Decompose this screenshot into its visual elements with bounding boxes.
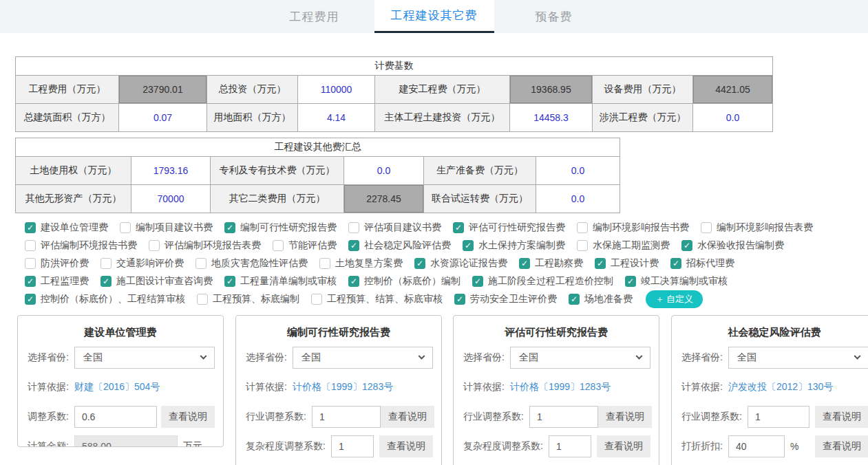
fee-checkbox[interactable]: 工程预算、结算、标底审核 [311, 293, 443, 305]
fee-checkbox[interactable]: 水土保持方案编制费 [463, 239, 565, 252]
checkbox-icon[interactable] [577, 222, 588, 233]
view-explanation-button[interactable]: 查看说明 [161, 406, 215, 428]
cell-value-input[interactable]: 1793.16 [131, 157, 211, 185]
view-explanation-button[interactable]: 查看说明 [815, 435, 868, 457]
fee-checkbox[interactable]: 防洪评价费 [25, 257, 89, 270]
fee-checkbox[interactable]: 控制价（标底价）、工程结算审核 [25, 293, 185, 305]
fee-checkbox[interactable]: 控制价（标底价）编制 [348, 275, 461, 288]
checkbox-icon[interactable] [348, 240, 359, 251]
fee-checkbox[interactable]: 交通影响评价费 [100, 257, 184, 270]
fee-checkbox[interactable]: 社会稳定风险评估费 [348, 239, 451, 252]
complexity-coefficient-input[interactable] [331, 435, 374, 457]
checkbox-icon[interactable] [453, 222, 464, 233]
regulation-link[interactable]: 计价格〔1999〕1283号 [293, 381, 393, 393]
cell-value-input[interactable]: 0.07 [119, 104, 207, 132]
checkbox-icon[interactable] [348, 222, 359, 233]
adjust-coefficient-input[interactable] [74, 406, 157, 428]
view-explanation-button[interactable]: 查看说明 [381, 406, 434, 428]
checkbox-icon[interactable] [463, 240, 474, 251]
fee-checkbox[interactable]: 竣工决算编制或审核 [625, 275, 728, 288]
checkbox-icon[interactable] [454, 294, 465, 305]
fee-checkbox[interactable]: 施工图设计审查咨询费 [100, 275, 213, 288]
fee-checkbox[interactable]: 编制环境影响报告书费 [577, 221, 689, 234]
view-explanation-button[interactable]: 查看说明 [598, 406, 652, 428]
fee-checkbox[interactable]: 评估编制环境报告书费 [25, 239, 137, 252]
checkbox-icon[interactable] [670, 258, 681, 269]
checkbox-icon[interactable] [224, 276, 235, 287]
checkbox-icon[interactable] [319, 258, 330, 269]
checkbox-icon[interactable] [25, 240, 36, 251]
fee-checkbox[interactable]: 水保施工期监测费 [577, 239, 670, 252]
checkbox-icon[interactable] [25, 294, 36, 305]
checkbox-icon[interactable] [195, 258, 207, 269]
view-explanation-button[interactable]: 查看说明 [815, 406, 868, 428]
fee-checkbox[interactable]: 工程预算、标底编制 [197, 293, 299, 305]
checkbox-icon[interactable] [25, 276, 36, 287]
checkbox-icon[interactable] [414, 258, 425, 269]
checkbox-icon[interactable] [681, 240, 692, 251]
fee-checkbox[interactable]: 工程设计费 [595, 257, 659, 270]
checkbox-icon[interactable] [100, 276, 112, 287]
province-select[interactable]: 全国 [728, 347, 868, 369]
fee-checkbox[interactable]: 建设单位管理费 [25, 221, 108, 234]
industry-coefficient-input[interactable] [529, 406, 598, 428]
province-select[interactable]: 全国 [293, 347, 433, 369]
fee-checkbox[interactable]: 土地复垦方案费 [319, 257, 403, 270]
fee-checkbox[interactable]: 水资源论证报告费 [414, 257, 507, 270]
discount-input[interactable] [728, 435, 785, 457]
checkbox-icon[interactable] [197, 294, 208, 305]
fee-checkbox[interactable]: 节能评估费 [273, 239, 337, 252]
regulation-link[interactable]: 计价格〔1999〕1283号 [510, 381, 611, 393]
fee-checkbox[interactable]: 编制项目建议书费 [120, 221, 213, 234]
checkbox-icon[interactable] [100, 258, 112, 269]
checkbox-icon[interactable] [625, 276, 636, 287]
view-explanation-button[interactable]: 查看说明 [379, 435, 433, 457]
tab-other-construction-fees[interactable]: 工程建设其它费 [374, 0, 494, 33]
fee-checkbox[interactable]: 评估编制环境报告表费 [149, 239, 261, 252]
checkbox-icon[interactable] [149, 240, 160, 251]
view-explanation-button[interactable]: 查看说明 [597, 435, 650, 457]
fee-checkbox[interactable]: 工程量清单编制或审核 [224, 275, 337, 288]
fee-checkbox[interactable]: 地质灾害危险性评估费 [195, 257, 308, 270]
checkbox-icon[interactable] [577, 240, 588, 251]
checkbox-icon[interactable] [311, 294, 322, 305]
fee-checkbox[interactable]: 评估项目建议书费 [348, 221, 441, 234]
cell-value-input[interactable]: 70000 [131, 185, 211, 213]
cell-value-input[interactable]: 0.0 [536, 157, 620, 185]
fee-checkbox[interactable]: 场地准备费 [569, 293, 633, 305]
checkbox-icon[interactable] [595, 258, 606, 269]
checkbox-icon[interactable] [472, 276, 483, 287]
fee-checkbox[interactable]: 编制可行性研究报告费 [224, 221, 337, 234]
province-select[interactable]: 全国 [510, 347, 650, 369]
fee-checkbox[interactable]: 工程勘察费 [519, 257, 583, 270]
cell-value-input[interactable]: 0.0 [536, 185, 620, 213]
cell-value-input[interactable]: 0.0 [693, 104, 773, 132]
industry-coefficient-input[interactable] [312, 406, 381, 428]
tab-project-cost[interactable]: 工程费用 [255, 0, 374, 33]
checkbox-icon[interactable] [224, 222, 235, 233]
cell-value-input[interactable]: 0.0 [344, 157, 424, 185]
fee-checkbox[interactable]: 评估可行性研究报告费 [453, 221, 565, 234]
industry-coefficient-input[interactable] [748, 406, 809, 428]
checkbox-icon[interactable] [519, 258, 530, 269]
complexity-coefficient-input[interactable] [549, 435, 591, 457]
cell-value-input[interactable]: 110000 [298, 76, 375, 104]
fee-checkbox[interactable]: 水保验收报告编制费 [681, 239, 784, 252]
checkbox-icon[interactable] [273, 240, 284, 251]
cell-value-input[interactable]: 4.14 [298, 104, 375, 132]
checkbox-icon[interactable] [120, 222, 131, 233]
checkbox-icon[interactable] [701, 222, 712, 233]
checkbox-icon[interactable] [569, 294, 580, 305]
fee-checkbox[interactable]: 施工阶段全过程工程造价控制 [472, 275, 613, 288]
fee-checkbox[interactable]: 劳动安全卫生评价费 [454, 293, 557, 305]
checkbox-icon[interactable] [25, 222, 36, 233]
checkbox-icon[interactable] [348, 276, 359, 287]
fee-checkbox[interactable]: 编制环境影响报告表费 [701, 221, 813, 234]
fee-checkbox[interactable]: 招标代理费 [670, 257, 734, 270]
add-custom-fee-button[interactable]: ＋自定义 [646, 290, 703, 308]
checkbox-icon[interactable] [25, 258, 36, 269]
cell-value-input[interactable]: 14458.3 [510, 104, 593, 132]
regulation-link[interactable]: 财建〔2016〕504号 [74, 381, 160, 393]
fee-checkbox[interactable]: 工程监理费 [25, 275, 89, 288]
province-select[interactable]: 全国 [74, 347, 215, 369]
